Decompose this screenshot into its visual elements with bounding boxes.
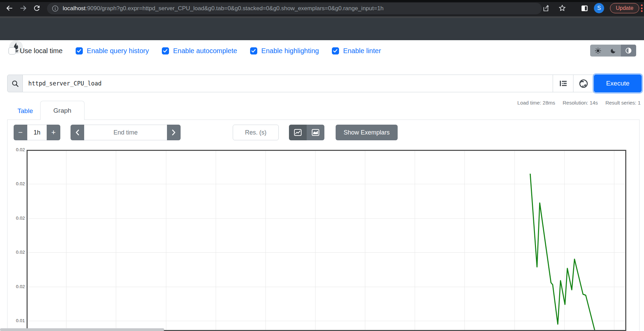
- checkbox-enable-query-history[interactable]: Enable query history: [76, 47, 149, 55]
- url-bar[interactable]: localhost:9090/graph?g0.expr=httpd_serve…: [47, 3, 542, 14]
- stacked-chart-icon[interactable]: [307, 125, 324, 140]
- y-tick-label: 0.02: [0, 250, 25, 255]
- tab-graph[interactable]: Graph: [40, 101, 85, 120]
- side-panel-icon[interactable]: [580, 3, 589, 13]
- decrease-range-button[interactable]: −: [14, 125, 27, 140]
- site-info-icon[interactable]: [52, 5, 59, 12]
- time-back-chevron-icon[interactable]: [71, 125, 84, 140]
- time-forward-chevron-icon[interactable]: [167, 125, 181, 140]
- settings-row: Use local time Enable query history Enab…: [9, 45, 381, 57]
- chart-type-toggle: [289, 125, 324, 140]
- checkbox-icon[interactable]: [76, 47, 83, 54]
- y-tick-label: 0.02: [0, 181, 25, 186]
- chart-plot-area[interactable]: [27, 150, 626, 331]
- update-button[interactable]: Update: [610, 3, 639, 13]
- checkbox-icon[interactable]: [162, 47, 169, 54]
- result-series: Result series: 1: [605, 100, 641, 106]
- checkbox-icon[interactable]: [332, 47, 339, 54]
- query-stats: Load time: 28ms Resolution: 14s Result s…: [517, 100, 641, 106]
- avatar[interactable]: S: [594, 3, 604, 13]
- checkbox-enable-highlighting[interactable]: Enable highlighting: [250, 47, 319, 55]
- y-tick-label: 0.01: [0, 318, 25, 323]
- share-icon[interactable]: [541, 3, 551, 13]
- bookmark-star-icon[interactable]: [557, 3, 567, 13]
- browser-tabstrip: [0, 0, 644, 2]
- auto-theme-contrast-icon[interactable]: [621, 45, 636, 57]
- y-tick-label: 0.02: [0, 147, 25, 152]
- load-time: Load time: 28ms: [517, 100, 555, 106]
- query-history-tree-icon[interactable]: [553, 75, 573, 92]
- query-bar: httpd_server_CPU_load Execute: [7, 75, 642, 92]
- dark-theme-moon-icon[interactable]: [605, 45, 621, 57]
- y-tick-label: 0.02: [0, 216, 25, 221]
- resolution: Resolution: 14s: [563, 100, 598, 106]
- back-icon[interactable]: [5, 3, 14, 13]
- range-control-group: − 1h +: [14, 125, 60, 140]
- checkbox-icon[interactable]: [250, 47, 257, 54]
- y-tick-label: 0.02: [0, 284, 25, 289]
- tab-table[interactable]: Table: [10, 102, 40, 120]
- endtime-control-group: End time: [71, 125, 181, 140]
- end-time-input[interactable]: End time: [84, 125, 167, 140]
- theme-toggle-group: [590, 45, 636, 57]
- checkbox-enable-autocomplete[interactable]: Enable autocomplete: [162, 47, 237, 55]
- checkbox-use-local-time[interactable]: Use local time: [9, 47, 63, 55]
- series-line: [530, 174, 596, 330]
- forward-icon[interactable]: [18, 3, 28, 13]
- reload-icon[interactable]: [32, 3, 42, 13]
- y-axis-labels: 0.020.020.020.020.020.01: [0, 144, 25, 331]
- metrics-explorer-globe-icon[interactable]: [573, 75, 594, 92]
- line-chart-icon[interactable]: [289, 125, 307, 140]
- show-exemplars-button[interactable]: Show Exemplars: [336, 125, 398, 140]
- horizontal-scrollbar-thumb[interactable]: [0, 328, 164, 331]
- checkbox-icon[interactable]: [9, 47, 16, 54]
- query-expression-input[interactable]: httpd_server_CPU_load: [23, 75, 553, 92]
- resolution-input[interactable]: Res. (s): [233, 125, 279, 140]
- range-input[interactable]: 1h: [27, 125, 47, 140]
- light-theme-sun-icon[interactable]: [590, 45, 605, 57]
- prometheus-navbar: Prometheus Alerts Graph Status Help: [0, 18, 644, 40]
- search-icon: [7, 75, 23, 92]
- url-text: localhost:9090/graph?g0.expr=httpd_serve…: [63, 5, 384, 12]
- execute-button[interactable]: Execute: [594, 75, 642, 92]
- browser-toolbar: localhost:9090/graph?g0.expr=httpd_serve…: [0, 0, 644, 16]
- increase-range-button[interactable]: +: [47, 125, 60, 140]
- checkbox-enable-linter[interactable]: Enable linter: [332, 47, 381, 55]
- browser-menu-icon[interactable]: [641, 4, 643, 12]
